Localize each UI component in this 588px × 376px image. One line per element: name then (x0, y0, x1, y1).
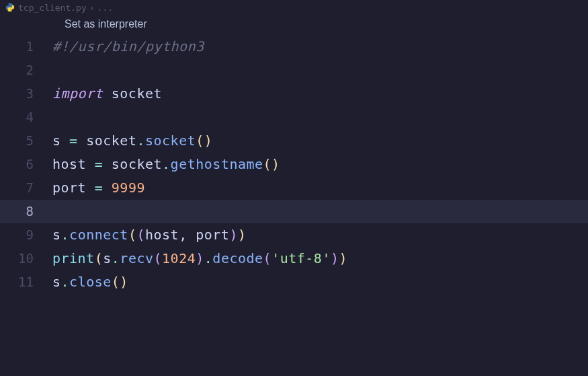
breadcrumb[interactable]: tcp_client.py › ... (0, 0, 588, 15)
line-number: 3 (0, 82, 52, 106)
breadcrumb-ellipsis[interactable]: ... (97, 3, 113, 13)
line-number: 1 (0, 35, 52, 59)
code-line: 2 (0, 59, 588, 82)
code-content: s.connect((host, port)) (52, 223, 247, 247)
code-line: 9 s.connect((host, port)) (0, 223, 588, 247)
line-number: 7 (0, 176, 52, 200)
code-editor[interactable]: 1 #!/usr/bin/python3 2 3 import socket 4… (0, 35, 588, 294)
code-lens-link[interactable]: Set as interpreter (0, 15, 588, 35)
code-line: 10 print(s.recv(1024).decode('utf-8')) (0, 247, 588, 270)
python-file-icon (5, 3, 15, 12)
code-line: 3 import socket (0, 82, 588, 106)
code-line: 6 host = socket.gethostname() (0, 153, 588, 176)
line-number: 5 (0, 129, 52, 153)
code-content: import socket (52, 82, 162, 106)
line-number: 11 (0, 270, 52, 294)
code-content: s.close() (52, 270, 128, 294)
code-line: 11 s.close() (0, 270, 588, 294)
code-line: 4 (0, 106, 588, 129)
line-number: 4 (0, 106, 52, 129)
code-content: host = socket.gethostname() (52, 153, 280, 176)
line-number: 10 (0, 247, 52, 270)
code-line: 8 (0, 200, 588, 223)
line-number: 2 (0, 59, 52, 82)
breadcrumb-file[interactable]: tcp_client.py (18, 3, 87, 13)
code-content: #!/usr/bin/python3 (52, 35, 204, 59)
code-line: 5 s = socket.socket() (0, 129, 588, 153)
code-content: print(s.recv(1024).decode('utf-8')) (52, 247, 347, 270)
code-line: 7 port = 9999 (0, 176, 588, 200)
code-content: port = 9999 (52, 176, 145, 200)
line-number: 8 (0, 200, 52, 223)
line-number: 9 (0, 223, 52, 247)
breadcrumb-separator: › (89, 3, 95, 13)
code-line: 1 #!/usr/bin/python3 (0, 35, 588, 59)
line-number: 6 (0, 153, 52, 176)
code-content: s = socket.socket() (52, 129, 212, 153)
